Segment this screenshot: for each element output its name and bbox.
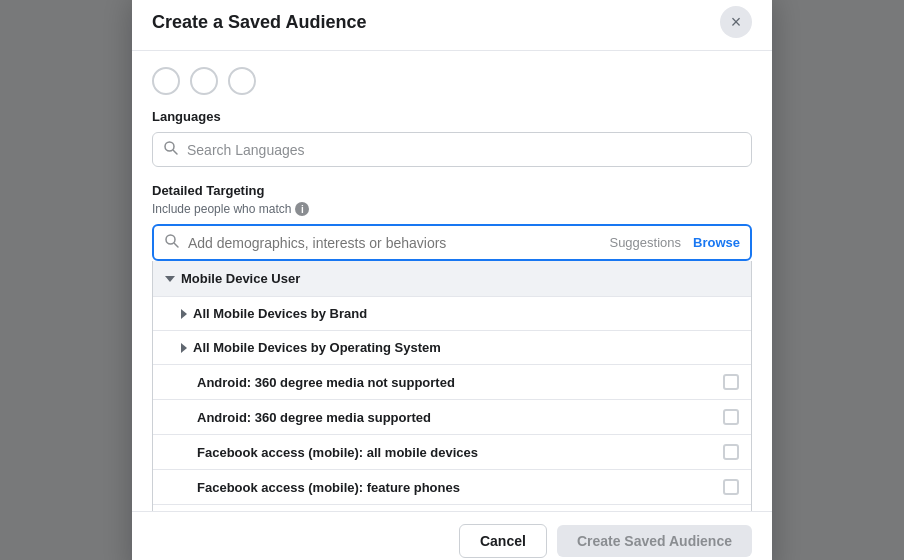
modal-footer: Cancel Create Saved Audience: [132, 511, 772, 560]
languages-search-input[interactable]: [187, 142, 741, 158]
step-circle-3[interactable]: [228, 67, 256, 95]
info-icon[interactable]: i: [295, 202, 309, 216]
item-2-checkbox[interactable]: [723, 444, 739, 460]
languages-search-icon: [163, 140, 179, 159]
item-1-label: Android: 360 degree media supported: [197, 410, 431, 425]
steps-row: [152, 67, 752, 95]
modal-header: Create a Saved Audience ×: [132, 0, 772, 51]
dropdown-item-4[interactable]: Facebook access (mobile): smartphones an…: [153, 504, 751, 511]
include-label-text: Include people who match: [152, 202, 291, 216]
subcategory-1-label: All Mobile Devices by Brand: [193, 306, 367, 321]
category-chevron-down-icon: [165, 276, 175, 282]
suggestions-link: Suggestions: [609, 235, 681, 250]
dropdown-item-0[interactable]: Android: 360 degree media not supported: [153, 364, 751, 399]
dropdown-item-3[interactable]: Facebook access (mobile): feature phones: [153, 469, 751, 504]
targeting-search-input[interactable]: [188, 235, 601, 251]
cancel-button[interactable]: Cancel: [459, 524, 547, 558]
modal-overlay: Create a Saved Audience × Languages: [0, 0, 904, 560]
subcategory-2-chevron-right-icon: [181, 343, 187, 353]
modal-dialog: Create a Saved Audience × Languages: [132, 0, 772, 560]
item-0-checkbox[interactable]: [723, 374, 739, 390]
svg-point-1: [166, 235, 175, 244]
dropdown-item-2[interactable]: Facebook access (mobile): all mobile dev…: [153, 434, 751, 469]
targeting-search-icon: [164, 233, 180, 252]
item-3-checkbox[interactable]: [723, 479, 739, 495]
subcategory-2-label: All Mobile Devices by Operating System: [193, 340, 441, 355]
step-circle-1[interactable]: [152, 67, 180, 95]
include-label: Include people who match i: [152, 202, 752, 216]
close-button[interactable]: ×: [720, 6, 752, 38]
step-circle-2[interactable]: [190, 67, 218, 95]
item-2-label: Facebook access (mobile): all mobile dev…: [197, 445, 478, 460]
modal-title: Create a Saved Audience: [152, 12, 366, 33]
dropdown-subcategory-1[interactable]: All Mobile Devices by Brand: [153, 296, 751, 330]
languages-label: Languages: [152, 109, 752, 124]
dropdown-category[interactable]: Mobile Device User: [153, 261, 751, 296]
browse-link[interactable]: Browse: [693, 235, 740, 250]
languages-search-box: [152, 132, 752, 167]
targeting-search-box: Suggestions Browse: [152, 224, 752, 261]
dropdown-subcategory-2[interactable]: All Mobile Devices by Operating System: [153, 330, 751, 364]
item-3-label: Facebook access (mobile): feature phones: [197, 480, 460, 495]
detailed-targeting-label: Detailed Targeting: [152, 183, 752, 198]
subcategory-1-chevron-right-icon: [181, 309, 187, 319]
item-0-label: Android: 360 degree media not supported: [197, 375, 455, 390]
item-1-checkbox[interactable]: [723, 409, 739, 425]
dropdown-item-1[interactable]: Android: 360 degree media supported: [153, 399, 751, 434]
dropdown-category-label: Mobile Device User: [181, 271, 300, 286]
modal-body: Languages Detailed Targeting Include peo…: [132, 51, 772, 511]
create-saved-audience-button[interactable]: Create Saved Audience: [557, 525, 752, 557]
svg-point-0: [165, 142, 174, 151]
dropdown-panel: Mobile Device User All Mobile Devices by…: [152, 261, 752, 511]
